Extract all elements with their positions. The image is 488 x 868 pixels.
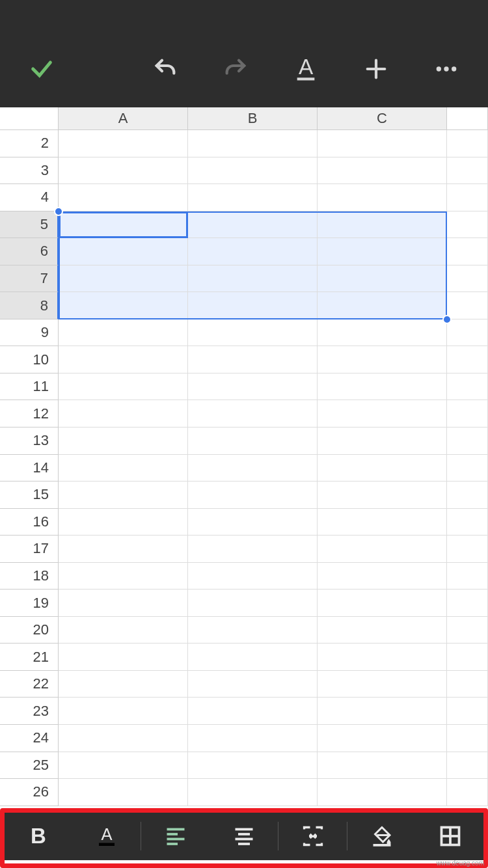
cell[interactable]	[318, 481, 447, 509]
cell[interactable]	[59, 752, 188, 780]
cell[interactable]	[188, 292, 318, 319]
cell[interactable]	[59, 590, 188, 617]
row-header-12[interactable]: 12	[0, 400, 59, 427]
cell[interactable]	[447, 238, 488, 265]
cell[interactable]	[59, 346, 188, 373]
row-header-13[interactable]: 13	[0, 427, 59, 455]
cell[interactable]	[447, 157, 488, 185]
cell[interactable]	[318, 698, 447, 725]
cell[interactable]	[59, 238, 188, 265]
cell[interactable]	[59, 779, 188, 806]
cell[interactable]	[59, 617, 188, 644]
cell[interactable]	[59, 211, 188, 239]
row-header-14[interactable]: 14	[0, 455, 59, 482]
cell[interactable]	[318, 617, 447, 644]
row-header-21[interactable]: 21	[0, 644, 59, 671]
cell[interactable]	[318, 319, 447, 347]
cell[interactable]	[59, 563, 188, 590]
cell[interactable]	[59, 184, 188, 211]
cell[interactable]	[447, 752, 488, 780]
cell[interactable]	[59, 265, 188, 293]
cell[interactable]	[318, 373, 447, 401]
column-header-A[interactable]: A	[59, 107, 188, 130]
cell[interactable]	[59, 455, 188, 482]
row-header-22[interactable]: 22	[0, 671, 59, 698]
bold-button[interactable]: B	[4, 812, 72, 860]
cell[interactable]	[318, 671, 447, 698]
merge-cells-button[interactable]	[278, 812, 347, 860]
cell[interactable]	[188, 265, 318, 293]
column-header-overflow[interactable]	[447, 107, 488, 130]
cell[interactable]	[447, 644, 488, 671]
cell[interactable]	[59, 427, 188, 455]
cell[interactable]	[59, 725, 188, 752]
cell[interactable]	[447, 563, 488, 590]
cell[interactable]	[188, 157, 318, 185]
column-header-C[interactable]: C	[318, 107, 447, 130]
fill-color-button[interactable]	[347, 812, 416, 860]
cell[interactable]	[447, 481, 488, 509]
row-header-6[interactable]: 6	[0, 238, 59, 265]
cell[interactable]	[188, 319, 318, 347]
cell[interactable]	[447, 779, 488, 806]
cell[interactable]	[188, 698, 318, 725]
cell[interactable]	[59, 400, 188, 427]
align-left-button[interactable]	[141, 812, 210, 860]
cell[interactable]	[318, 590, 447, 617]
cell[interactable]	[318, 644, 447, 671]
cell[interactable]	[318, 779, 447, 806]
cell[interactable]	[59, 130, 188, 157]
borders-button[interactable]	[416, 812, 484, 860]
row-header-20[interactable]: 20	[0, 617, 59, 644]
cell[interactable]	[59, 698, 188, 725]
cell[interactable]	[188, 481, 318, 509]
cell[interactable]	[188, 346, 318, 373]
cell[interactable]	[59, 644, 188, 671]
cell[interactable]	[318, 427, 447, 455]
redo-button[interactable]	[220, 53, 251, 85]
cell[interactable]	[59, 157, 188, 185]
row-header-15[interactable]: 15	[0, 481, 59, 509]
cell[interactable]	[447, 698, 488, 725]
cell[interactable]	[318, 536, 447, 563]
cell[interactable]	[447, 373, 488, 401]
cell[interactable]	[188, 373, 318, 401]
cell[interactable]	[59, 373, 188, 401]
insert-button[interactable]	[360, 53, 392, 85]
cell[interactable]	[188, 130, 318, 157]
cell[interactable]	[188, 400, 318, 427]
cell[interactable]	[59, 509, 188, 536]
cell[interactable]	[447, 265, 488, 293]
cell[interactable]	[59, 481, 188, 509]
cell[interactable]	[188, 779, 318, 806]
text-color-button[interactable]: A	[72, 812, 141, 860]
cell[interactable]	[188, 455, 318, 482]
cell[interactable]	[188, 725, 318, 752]
cell[interactable]	[188, 617, 318, 644]
row-header-10[interactable]: 10	[0, 346, 59, 373]
cell[interactable]	[318, 184, 447, 211]
cell[interactable]	[447, 725, 488, 752]
cell[interactable]	[188, 752, 318, 780]
cell[interactable]	[59, 671, 188, 698]
row-header-5[interactable]: 5	[0, 211, 59, 239]
spreadsheet-grid[interactable]: ABC 234567891011121314151617181920212223…	[0, 107, 488, 808]
row-header-25[interactable]: 25	[0, 752, 59, 780]
cell[interactable]	[318, 265, 447, 293]
cell[interactable]	[188, 211, 318, 239]
cell[interactable]	[318, 157, 447, 185]
cell[interactable]	[318, 211, 447, 239]
more-button[interactable]	[431, 53, 462, 85]
select-all-corner[interactable]	[0, 107, 59, 130]
cell[interactable]	[318, 455, 447, 482]
align-center-button[interactable]	[210, 812, 278, 860]
cell[interactable]	[318, 292, 447, 319]
row-header-18[interactable]: 18	[0, 563, 59, 590]
row-header-11[interactable]: 11	[0, 373, 59, 401]
column-header-B[interactable]: B	[188, 107, 318, 130]
cell[interactable]	[447, 509, 488, 536]
cell[interactable]	[447, 427, 488, 455]
cell[interactable]	[447, 590, 488, 617]
cell[interactable]	[188, 427, 318, 455]
row-header-19[interactable]: 19	[0, 590, 59, 617]
